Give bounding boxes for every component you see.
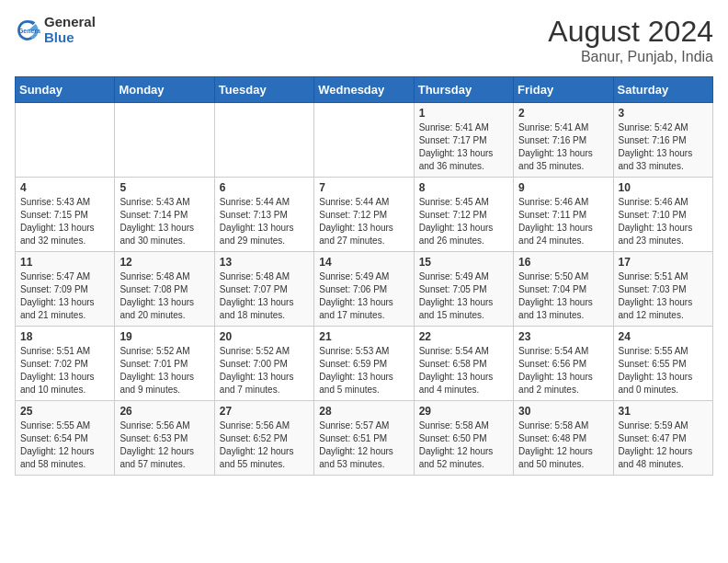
cell-content: Sunrise: 5:51 AM Sunset: 7:03 PM Dayligh… [619, 270, 708, 322]
day-number: 13 [220, 256, 309, 269]
cell-content: Sunrise: 5:43 AM Sunset: 7:14 PM Dayligh… [119, 196, 209, 247]
calendar-cell-3-7: 17Sunrise: 5:51 AM Sunset: 7:03 PM Dayli… [613, 252, 712, 327]
cell-content: Sunrise: 5:44 AM Sunset: 7:13 PM Dayligh… [220, 196, 309, 247]
cell-content: Sunrise: 5:44 AM Sunset: 7:12 PM Dayligh… [319, 196, 408, 247]
day-number: 18 [20, 330, 109, 343]
day-number: 9 [518, 181, 608, 194]
day-number: 30 [518, 405, 608, 418]
cell-content: Sunrise: 5:52 AM Sunset: 7:01 PM Dayligh… [119, 345, 209, 396]
cell-content: Sunrise: 5:54 AM Sunset: 6:56 PM Dayligh… [518, 345, 608, 396]
calendar-cell-2-2: 5Sunrise: 5:43 AM Sunset: 7:14 PM Daylig… [115, 178, 214, 252]
cell-content: Sunrise: 5:46 AM Sunset: 7:11 PM Dayligh… [518, 196, 608, 247]
calendar-cell-1-7: 3Sunrise: 5:42 AM Sunset: 7:16 PM Daylig… [613, 103, 712, 178]
cell-content: Sunrise: 5:49 AM Sunset: 7:05 PM Dayligh… [419, 270, 508, 322]
calendar-cell-3-4: 14Sunrise: 5:49 AM Sunset: 7:06 PM Dayli… [314, 252, 414, 327]
calendar-cell-1-1 [16, 103, 115, 178]
calendar-cell-4-7: 24Sunrise: 5:55 AM Sunset: 6:55 PM Dayli… [613, 327, 712, 401]
logo-general: General [44, 15, 96, 30]
cell-content: Sunrise: 5:55 AM Sunset: 6:55 PM Dayligh… [619, 345, 708, 396]
day-number: 6 [220, 181, 309, 194]
day-number: 21 [319, 330, 408, 343]
cell-content: Sunrise: 5:51 AM Sunset: 7:02 PM Dayligh… [20, 345, 109, 396]
cell-content: Sunrise: 5:55 AM Sunset: 6:54 PM Dayligh… [20, 419, 109, 471]
cell-content: Sunrise: 5:57 AM Sunset: 6:51 PM Dayligh… [319, 419, 408, 471]
day-number: 27 [220, 405, 309, 418]
cell-content: Sunrise: 5:48 AM Sunset: 7:07 PM Dayligh… [220, 270, 309, 322]
cell-content: Sunrise: 5:45 AM Sunset: 7:12 PM Dayligh… [419, 196, 508, 247]
cell-content: Sunrise: 5:59 AM Sunset: 6:47 PM Dayligh… [619, 419, 708, 471]
day-number: 29 [419, 405, 508, 418]
cell-content: Sunrise: 5:43 AM Sunset: 7:15 PM Dayligh… [20, 196, 109, 247]
calendar-cell-2-5: 8Sunrise: 5:45 AM Sunset: 7:12 PM Daylig… [414, 178, 513, 252]
cell-content: Sunrise: 5:58 AM Sunset: 6:50 PM Dayligh… [419, 419, 508, 471]
col-saturday: Saturday [613, 77, 712, 103]
cell-content: Sunrise: 5:48 AM Sunset: 7:08 PM Dayligh… [119, 270, 209, 322]
day-number: 12 [119, 256, 209, 269]
calendar-cell-3-6: 16Sunrise: 5:50 AM Sunset: 7:04 PM Dayli… [514, 252, 613, 327]
calendar-cell-3-5: 15Sunrise: 5:49 AM Sunset: 7:05 PM Dayli… [414, 252, 513, 327]
cell-content: Sunrise: 5:50 AM Sunset: 7:04 PM Dayligh… [518, 270, 608, 322]
cell-content: Sunrise: 5:47 AM Sunset: 7:09 PM Dayligh… [20, 270, 109, 322]
cell-content: Sunrise: 5:53 AM Sunset: 6:59 PM Dayligh… [319, 345, 408, 396]
title-block: August 2024 Banur, Punjab, India [548, 15, 713, 65]
cell-content: Sunrise: 5:49 AM Sunset: 7:06 PM Dayligh… [319, 270, 408, 322]
calendar-cell-1-2 [115, 103, 214, 178]
calendar-cell-1-3 [214, 103, 313, 178]
day-number: 2 [518, 107, 608, 120]
calendar-cell-5-2: 26Sunrise: 5:56 AM Sunset: 6:53 PM Dayli… [115, 401, 214, 476]
calendar-cell-4-6: 23Sunrise: 5:54 AM Sunset: 6:56 PM Dayli… [514, 327, 613, 401]
day-number: 22 [419, 330, 508, 343]
day-number: 15 [419, 256, 508, 269]
day-number: 24 [619, 330, 708, 343]
cell-content: Sunrise: 5:42 AM Sunset: 7:16 PM Dayligh… [619, 121, 708, 173]
calendar-cell-1-5: 1Sunrise: 5:41 AM Sunset: 7:17 PM Daylig… [414, 103, 513, 178]
cell-content: Sunrise: 5:54 AM Sunset: 6:58 PM Dayligh… [419, 345, 508, 396]
day-number: 17 [619, 256, 708, 269]
calendar-cell-5-4: 28Sunrise: 5:57 AM Sunset: 6:51 PM Dayli… [314, 401, 414, 476]
calendar-week-4: 18Sunrise: 5:51 AM Sunset: 7:02 PM Dayli… [16, 327, 713, 401]
calendar-cell-5-5: 29Sunrise: 5:58 AM Sunset: 6:50 PM Dayli… [414, 401, 513, 476]
cell-content: Sunrise: 5:58 AM Sunset: 6:48 PM Dayligh… [518, 419, 608, 471]
col-monday: Monday [115, 77, 214, 103]
calendar-week-3: 11Sunrise: 5:47 AM Sunset: 7:09 PM Dayli… [16, 252, 713, 327]
calendar-header-row: Sunday Monday Tuesday Wednesday Thursday… [16, 77, 713, 103]
day-number: 8 [419, 181, 508, 194]
calendar-cell-2-6: 9Sunrise: 5:46 AM Sunset: 7:11 PM Daylig… [514, 178, 613, 252]
location: Banur, Punjab, India [548, 49, 713, 65]
col-thursday: Thursday [414, 77, 513, 103]
page-header: General General Blue August 2024 Banur, … [15, 15, 713, 65]
calendar-cell-1-6: 2Sunrise: 5:41 AM Sunset: 7:16 PM Daylig… [514, 103, 613, 178]
day-number: 10 [619, 181, 708, 194]
calendar-cell-3-2: 12Sunrise: 5:48 AM Sunset: 7:08 PM Dayli… [115, 252, 214, 327]
calendar-week-2: 4Sunrise: 5:43 AM Sunset: 7:15 PM Daylig… [16, 178, 713, 252]
day-number: 3 [619, 107, 708, 120]
day-number: 20 [220, 330, 309, 343]
calendar-cell-2-7: 10Sunrise: 5:46 AM Sunset: 7:10 PM Dayli… [613, 178, 712, 252]
calendar-cell-2-4: 7Sunrise: 5:44 AM Sunset: 7:12 PM Daylig… [314, 178, 414, 252]
day-number: 4 [20, 181, 109, 194]
day-number: 7 [319, 181, 408, 194]
calendar-cell-4-3: 20Sunrise: 5:52 AM Sunset: 7:00 PM Dayli… [214, 327, 313, 401]
day-number: 26 [119, 405, 209, 418]
calendar-cell-4-4: 21Sunrise: 5:53 AM Sunset: 6:59 PM Dayli… [314, 327, 414, 401]
logo: General General Blue [15, 15, 96, 45]
cell-content: Sunrise: 5:46 AM Sunset: 7:10 PM Dayligh… [619, 196, 708, 247]
calendar-cell-4-1: 18Sunrise: 5:51 AM Sunset: 7:02 PM Dayli… [16, 327, 115, 401]
calendar-cell-5-7: 31Sunrise: 5:59 AM Sunset: 6:47 PM Dayli… [613, 401, 712, 476]
calendar-cell-1-4 [314, 103, 414, 178]
day-number: 28 [319, 405, 408, 418]
day-number: 23 [518, 330, 608, 343]
day-number: 14 [319, 256, 408, 269]
day-number: 5 [119, 181, 209, 194]
cell-content: Sunrise: 5:56 AM Sunset: 6:53 PM Dayligh… [119, 419, 209, 471]
col-tuesday: Tuesday [214, 77, 313, 103]
logo-blue: Blue [44, 30, 96, 46]
calendar-week-1: 1Sunrise: 5:41 AM Sunset: 7:17 PM Daylig… [16, 103, 713, 178]
day-number: 1 [419, 107, 508, 120]
cell-content: Sunrise: 5:56 AM Sunset: 6:52 PM Dayligh… [220, 419, 309, 471]
day-number: 11 [20, 256, 109, 269]
day-number: 16 [518, 256, 608, 269]
calendar-cell-5-6: 30Sunrise: 5:58 AM Sunset: 6:48 PM Dayli… [514, 401, 613, 476]
day-number: 31 [619, 405, 708, 418]
col-friday: Friday [514, 77, 613, 103]
